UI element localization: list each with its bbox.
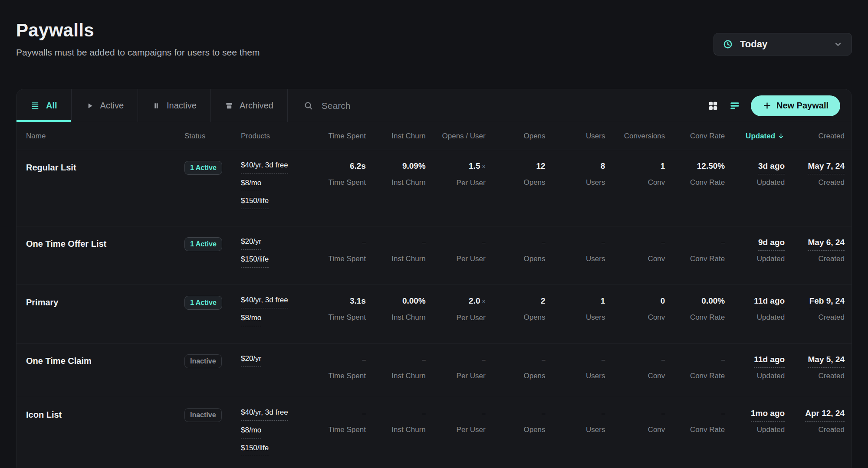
updated-value: 3d ago — [758, 161, 785, 174]
new-paywall-button[interactable]: New Paywall — [751, 95, 840, 116]
column-header-updated[interactable]: Updated — [725, 132, 785, 141]
column-header-created[interactable]: Created — [785, 132, 845, 141]
metric-value: – — [661, 237, 665, 251]
metric-value: 8 — [601, 161, 605, 174]
metric-label: Conv — [648, 313, 665, 322]
search-input[interactable] — [322, 101, 504, 111]
pause-icon — [152, 101, 161, 110]
metric-per-user: 2.0×Per User — [426, 296, 486, 322]
table-header-row: NameStatusProductsTime SpentInst ChurnOp… — [16, 122, 852, 150]
column-header-status[interactable]: Status — [184, 132, 241, 141]
metric-label: Per User — [457, 255, 486, 263]
metric-value: 9.09% — [402, 161, 426, 174]
metric-label: Per User — [457, 179, 486, 187]
column-label: Updated — [746, 132, 775, 141]
column-header-inst-churn[interactable]: Inst Churn — [366, 132, 426, 141]
tab-active[interactable]: Active — [72, 89, 138, 122]
metric-value: 6.2s — [350, 161, 366, 174]
metric-value: – — [422, 354, 425, 368]
tab-label: All — [46, 101, 57, 111]
product-price: $20/yr — [241, 237, 261, 250]
metric-label: Time Spent — [329, 372, 366, 380]
table-row[interactable]: Icon ListInactive$40/yr, 3d free$8/mo$15… — [16, 397, 852, 468]
created-cell: May 5, 24Created — [785, 354, 845, 380]
metric-per-user: –Per User — [426, 237, 486, 263]
metric-users: 1Users — [546, 296, 605, 322]
column-header-products[interactable]: Products — [241, 132, 306, 141]
updated-value: 11d ago — [754, 296, 785, 309]
period-value: Today — [740, 39, 826, 50]
tab-archived[interactable]: Archived — [211, 89, 288, 122]
metric-label: Created — [819, 313, 845, 322]
tab-label: Inactive — [167, 101, 197, 111]
metric-value: 12.50% — [697, 161, 725, 174]
metric-label: Time Spent — [329, 313, 366, 322]
paywall-name: One Time Offer List — [26, 237, 184, 249]
metric-users: 8Users — [546, 161, 605, 187]
metric-value: – — [542, 237, 545, 251]
created-cell: May 7, 24Created — [785, 161, 845, 187]
table-body: Regular Lsit1 Active$40/yr, 3d free$8/mo… — [16, 150, 852, 468]
column-header-users[interactable]: Users — [546, 132, 605, 141]
search-box — [288, 89, 707, 122]
plus-icon — [763, 101, 772, 110]
chevron-down-icon — [833, 39, 843, 49]
column-header-conv-rate[interactable]: Conv Rate — [665, 132, 725, 141]
metric-inst-churn: –Inst Churn — [366, 408, 426, 434]
column-header-name[interactable]: Name — [26, 132, 184, 141]
tab-inactive[interactable]: Inactive — [138, 89, 211, 122]
status-badge: 1 Active — [184, 296, 222, 310]
status-badge: 1 Active — [184, 237, 222, 251]
product-price: $150/life — [241, 255, 269, 268]
metric-per-user: –Per User — [426, 354, 486, 380]
column-label: Opens / User — [442, 132, 486, 140]
metric-label: Created — [819, 178, 845, 187]
product-price: $20/yr — [241, 354, 261, 367]
period-selector[interactable]: Today — [713, 33, 852, 56]
metric-label: Users — [586, 425, 605, 434]
column-label: Time Spent — [329, 132, 366, 140]
status-cell: Inactive — [184, 408, 241, 422]
metric-conv: –Conv — [605, 354, 665, 380]
column-header-conversions[interactable]: Conversions — [605, 132, 665, 141]
metric-conv: –Conv — [605, 237, 665, 263]
created-cell: May 6, 24Created — [785, 237, 845, 263]
metric-conv-rate: 0.00%Conv Rate — [665, 296, 725, 322]
metric-label: Opens — [523, 178, 545, 187]
metric-conv: –Conv — [605, 408, 665, 434]
metric-value: 1 — [661, 161, 665, 174]
metric-value: – — [362, 237, 366, 251]
products-cell: $20/yr$150/life — [241, 237, 306, 273]
product-price: $40/yr, 3d free — [241, 161, 288, 173]
table-row[interactable]: Regular Lsit1 Active$40/yr, 3d free$8/mo… — [16, 150, 852, 226]
clock-icon — [723, 39, 733, 49]
metric-label: Created — [819, 425, 845, 434]
table-row[interactable]: Primary1 Active$40/yr, 3d free$8/mo3.1sT… — [16, 285, 852, 344]
column-header-opens[interactable]: Opens — [486, 132, 546, 141]
metric-label: Time Spent — [329, 255, 366, 263]
metric-label: Conv Rate — [690, 178, 725, 187]
tab-group: AllActiveInactiveArchived — [16, 89, 288, 122]
column-label: Inst Churn — [391, 132, 425, 140]
list-view-button[interactable] — [729, 100, 740, 111]
metric-conv: 1Conv — [605, 161, 665, 187]
metric-value: – — [602, 408, 605, 422]
metric-label: Time Spent — [329, 425, 366, 434]
status-cell: Inactive — [184, 354, 241, 368]
metric-value: 0.00% — [402, 296, 426, 309]
metric-label: Conv Rate — [690, 313, 725, 322]
metric-label: Inst Churn — [391, 425, 425, 434]
list-icon — [30, 101, 40, 111]
metric-value: 0 — [661, 296, 665, 309]
table-row[interactable]: One Time Offer List1 Active$20/yr$150/li… — [16, 226, 852, 285]
grid-view-button[interactable] — [707, 100, 719, 111]
metric-label: Inst Churn — [391, 255, 425, 263]
updated-cell: 1mo agoUpdated — [725, 408, 785, 434]
column-header-time-spent[interactable]: Time Spent — [306, 132, 366, 141]
column-header-opens-user[interactable]: Opens / User — [426, 132, 486, 141]
metric-value: – — [482, 237, 485, 251]
table-row[interactable]: One Time ClaimInactive$20/yr–Time Spent–… — [16, 344, 852, 397]
tab-all[interactable]: All — [16, 89, 72, 122]
metric-per-user: 1.5×Per User — [426, 161, 486, 187]
new-paywall-label: New Paywall — [776, 101, 829, 111]
